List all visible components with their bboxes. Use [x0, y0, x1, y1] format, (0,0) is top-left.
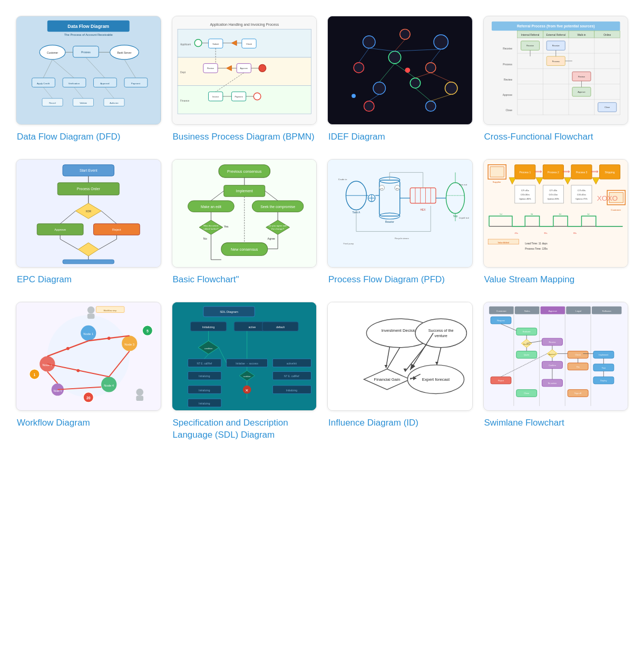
svg-text:Finance: Finance — [180, 100, 189, 102]
thumbnail-flowchart[interactable]: Previous consensus Implement Make an edi… — [172, 159, 317, 268]
thumbnail-vsm[interactable]: Supplier Process 1 Process 2 Process 3 S… — [483, 159, 629, 268]
svg-point-296 — [108, 337, 111, 340]
svg-text:Invoice: Invoice — [212, 95, 219, 98]
thumbnail-workflow[interactable]: Node 1 Node 2 Node 3 Node 4 Node 5 — [16, 302, 161, 411]
svg-text:Approve: Approve — [502, 94, 512, 96]
thumbnail-swimlane[interactable]: Customer Sales Approve Legal Software Re… — [483, 302, 629, 411]
svg-text:C/O=15m: C/O=15m — [549, 193, 558, 196]
svg-text:No: No — [203, 237, 207, 240]
thumbnail-influence[interactable]: Investment Decision Success of the ventu… — [327, 302, 473, 411]
label-dfd: Data Flow Diagram (DFD) — [16, 131, 161, 143]
svg-text:Implement: Implement — [236, 189, 252, 193]
thumbnail-pfd[interactable]: Tank A Reactor HEX Sep — [327, 159, 473, 268]
svg-point-69 — [363, 36, 375, 48]
thumbnail-cross[interactable]: Referral Process (from five potential so… — [483, 16, 629, 125]
svg-text:Payment: Payment — [235, 95, 243, 98]
svg-text:Process Time: 135s: Process Time: 135s — [525, 247, 548, 250]
svg-text:Was the article: Was the article — [203, 224, 219, 226]
svg-text:Agree: Agree — [267, 237, 275, 240]
svg-text:Node 4: Node 4 — [104, 384, 114, 387]
svg-text:Customer: Customer — [611, 209, 621, 211]
svg-text:condition: condition — [243, 376, 250, 378]
svg-text:Approve: Approve — [548, 310, 557, 312]
card-idef[interactable]: IDEF Diagram — [327, 16, 473, 143]
svg-text:C/T=60s: C/T=60s — [578, 189, 586, 192]
svg-text:Legal: Legal — [575, 310, 581, 312]
svg-text:Make an edit: Make an edit — [200, 204, 221, 208]
svg-text:Data Flow Diagram: Data Flow Diagram — [67, 24, 109, 29]
svg-point-76 — [410, 78, 420, 88]
svg-text:⟹: ⟹ — [562, 169, 570, 174]
svg-text:NT E. callRef: NT E. callRef — [197, 362, 212, 365]
diagram-grid: Data Flow Diagram The Process of Account… — [16, 16, 628, 441]
svg-text:Uptime=75%: Uptime=75% — [575, 198, 588, 200]
svg-text:Receive: Receive — [526, 44, 534, 47]
svg-text:Online: Online — [603, 34, 611, 36]
card-workflow[interactable]: Node 1 Node 2 Node 3 Node 4 Node 5 — [16, 302, 161, 441]
svg-text:NT E. callRef: NT E. callRef — [284, 375, 299, 378]
svg-text:edited further?: edited further? — [203, 228, 219, 230]
svg-text:⟹: ⟹ — [534, 169, 541, 174]
card-epc[interactable]: Start Event Process Order XOR Approve Re… — [16, 159, 161, 287]
svg-text:Receive: Receive — [552, 44, 559, 47]
svg-point-295 — [66, 347, 70, 350]
card-dfd[interactable]: Data Flow Diagram The Process of Account… — [16, 16, 161, 143]
svg-rect-0 — [16, 16, 160, 124]
svg-text:Review: Review — [207, 67, 214, 70]
svg-text:Reject: Reject — [112, 228, 121, 231]
thumbnail-idef[interactable] — [327, 16, 473, 125]
svg-text:activeInit: activeInit — [286, 362, 297, 365]
svg-point-79 — [425, 101, 435, 111]
svg-text:Check: Check — [575, 353, 581, 356]
svg-text:condition: condition — [204, 347, 212, 350]
svg-text:Evaluate: Evaluate — [522, 331, 530, 333]
svg-text:Implement: Implement — [599, 353, 609, 356]
svg-text:Close: Close — [604, 106, 610, 108]
svg-text:Yes: Yes — [223, 224, 228, 228]
svg-text:Liquid out: Liquid out — [459, 216, 470, 219]
card-influence[interactable]: Investment Decision Success of the ventu… — [327, 302, 473, 441]
svg-text:Software: Software — [602, 310, 611, 312]
card-flowchart[interactable]: Previous consensus Implement Make an edi… — [172, 159, 317, 287]
svg-text:Check: Check — [246, 43, 252, 45]
svg-text:Customer: Customer — [47, 52, 58, 54]
svg-text:C/T=45s: C/T=45s — [521, 189, 529, 192]
svg-text:1d: 1d — [587, 213, 589, 215]
svg-text:Gas out: Gas out — [459, 183, 467, 185]
label-influence: Influence Diagram (ID) — [327, 417, 473, 429]
svg-text:Approval: Approval — [100, 82, 109, 85]
svg-text:Initializing: Initializing — [199, 402, 210, 405]
thumbnail-sdl[interactable]: SDL Diagram Initializing active default … — [172, 302, 317, 411]
svg-text:SDL Diagram: SDL Diagram — [220, 311, 238, 314]
thumbnail-dfd[interactable]: Data Flow Diagram The Process of Account… — [16, 16, 161, 125]
svg-text:Test: Test — [601, 367, 606, 369]
svg-point-70 — [400, 29, 410, 39]
svg-text:Walk-in: Walk-in — [577, 34, 586, 36]
card-swimlane[interactable]: Customer Sales Approve Legal Software Re… — [483, 302, 629, 441]
svg-text:Referral Process (from five po: Referral Process (from five potential so… — [516, 24, 594, 28]
svg-text:Internal Referral: Internal Referral — [521, 34, 539, 36]
svg-text:default: default — [276, 326, 285, 329]
svg-text:Investment Decision: Investment Decision — [382, 328, 418, 333]
card-bpmn[interactable]: Application Handling and Invoicing Proce… — [172, 16, 317, 143]
svg-text:External Referral: External Referral — [546, 34, 565, 36]
svg-text:Applicant: Applicant — [180, 43, 191, 46]
card-vsm[interactable]: Supplier Process 1 Process 2 Process 3 S… — [483, 159, 629, 287]
thumbnail-epc[interactable]: Start Event Process Order XOR Approve Re… — [16, 159, 161, 268]
svg-text:Do you agree with: Do you agree with — [268, 224, 287, 226]
svg-text:XOXO: XOXO — [597, 194, 617, 202]
label-pfd: Process Flow Diagram (PFD) — [327, 274, 473, 286]
svg-text:3d: 3d — [530, 213, 532, 215]
card-sdl[interactable]: SDL Diagram Initializing active default … — [172, 302, 317, 441]
thumbnail-bpmn[interactable]: Application Handling and Invoicing Proce… — [172, 16, 317, 125]
svg-text:Value Added: Value Added — [497, 241, 509, 243]
svg-text:Deploy: Deploy — [600, 379, 607, 382]
svg-text:C/T=30s: C/T=30s — [549, 189, 557, 192]
card-pfd[interactable]: Tank A Reactor HEX Sep — [327, 159, 473, 287]
svg-text:New consensus: New consensus — [230, 247, 258, 252]
svg-text:Customer: Customer — [496, 310, 506, 312]
svg-text:Decision: Decision — [523, 343, 530, 346]
svg-text:PT: PT — [396, 187, 399, 190]
card-cross[interactable]: Referral Process (from five potential so… — [483, 16, 629, 143]
svg-point-304 — [87, 307, 95, 314]
